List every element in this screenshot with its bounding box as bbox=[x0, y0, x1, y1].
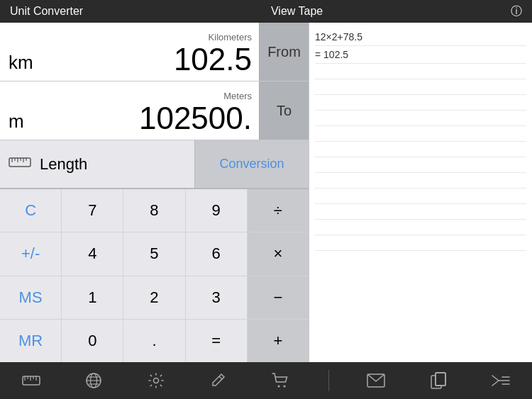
tape-lines: 12×2+78.5= 102.5 bbox=[315, 28, 526, 251]
key-8[interactable]: 8 bbox=[123, 189, 184, 232]
conversion-button[interactable]: Conversion bbox=[195, 140, 309, 188]
key-2[interactable]: 2 bbox=[123, 276, 184, 319]
svg-rect-25 bbox=[436, 373, 445, 386]
from-unit-short: km bbox=[9, 52, 33, 74]
svg-point-20 bbox=[278, 386, 280, 388]
mail-icon[interactable] bbox=[360, 365, 392, 396]
keypad: C789÷+/-456×MS123−MR0.=+ bbox=[0, 189, 309, 362]
tape-line-12 bbox=[315, 220, 526, 235]
key-plus-minus[interactable]: +/- bbox=[0, 232, 61, 275]
key-1[interactable]: 1 bbox=[62, 276, 123, 319]
key-7[interactable]: 7 bbox=[62, 189, 123, 232]
svg-line-19 bbox=[219, 376, 222, 379]
tape-line-8 bbox=[315, 157, 526, 173]
to-row: m Meters 102500. To bbox=[0, 82, 309, 140]
category-left[interactable]: Length bbox=[0, 140, 195, 188]
category-ruler-icon bbox=[9, 154, 31, 175]
right-panel: 12×2+78.5= 102.5 bbox=[309, 23, 532, 362]
key-memory-store[interactable]: MS bbox=[0, 276, 61, 319]
to-label: To bbox=[277, 103, 292, 119]
from-value: 102.5 bbox=[35, 44, 252, 75]
tape-line-3 bbox=[315, 79, 526, 95]
info-icon[interactable]: ⓘ bbox=[511, 4, 522, 19]
to-value: 102500. bbox=[35, 103, 252, 134]
scissors-icon[interactable] bbox=[485, 365, 516, 396]
key-add[interactable]: + bbox=[248, 320, 309, 362]
key-divide[interactable]: ÷ bbox=[248, 189, 309, 232]
tape-line-9 bbox=[315, 173, 526, 189]
copy-icon[interactable] bbox=[423, 365, 454, 396]
key-subtract[interactable]: − bbox=[248, 276, 309, 319]
key-memory-recall[interactable]: MR bbox=[0, 320, 61, 362]
key-6[interactable]: 6 bbox=[186, 232, 247, 275]
to-row-inner: m Meters 102500. bbox=[0, 82, 259, 140]
to-button[interactable]: To bbox=[259, 82, 309, 140]
from-row-inner: km Kilometers 102.5 bbox=[0, 23, 259, 81]
key-0[interactable]: 0 bbox=[62, 320, 123, 362]
globe-icon[interactable] bbox=[78, 365, 109, 396]
category-label: Length bbox=[40, 155, 87, 174]
key-decimal[interactable]: . bbox=[123, 320, 184, 362]
main-area: km Kilometers 102.5 From m Meters 102500… bbox=[0, 23, 532, 362]
toolbar-divider bbox=[328, 370, 329, 391]
key-9[interactable]: 9 bbox=[186, 189, 247, 232]
key-multiply[interactable]: × bbox=[248, 232, 309, 275]
svg-point-21 bbox=[284, 386, 286, 388]
tape-line-10 bbox=[315, 189, 526, 204]
app-title: Unit Converter bbox=[10, 5, 83, 18]
tape-line-1: = 102.5 bbox=[315, 46, 526, 64]
ruler-icon[interactable] bbox=[16, 365, 47, 396]
view-tape-button[interactable]: View Tape bbox=[271, 5, 323, 18]
tape-line-2 bbox=[315, 64, 526, 79]
tape-line-11 bbox=[315, 204, 526, 220]
category-row: Length Conversion bbox=[0, 140, 309, 189]
svg-point-18 bbox=[154, 378, 159, 383]
tape-line-0: 12×2+78.5 bbox=[315, 28, 526, 46]
tape-line-5 bbox=[315, 111, 526, 126]
key-3[interactable]: 3 bbox=[186, 276, 247, 319]
key-4[interactable]: 4 bbox=[62, 232, 123, 275]
cart-icon[interactable] bbox=[265, 365, 297, 396]
from-row: km Kilometers 102.5 From bbox=[0, 23, 309, 82]
tape-line-13 bbox=[315, 235, 526, 251]
tape-line-6 bbox=[315, 126, 526, 142]
settings-icon[interactable] bbox=[140, 365, 172, 396]
to-unit-short: m bbox=[9, 111, 24, 133]
pen-icon[interactable] bbox=[203, 365, 234, 396]
from-button[interactable]: From bbox=[259, 23, 309, 81]
key-clear[interactable]: C bbox=[0, 189, 61, 232]
key-5[interactable]: 5 bbox=[123, 232, 184, 275]
key-equals[interactable]: = bbox=[186, 320, 247, 362]
title-bar: Unit Converter View Tape ⓘ bbox=[0, 0, 532, 23]
left-panel: km Kilometers 102.5 From m Meters 102500… bbox=[0, 23, 309, 362]
to-unit-full: Meters bbox=[35, 91, 252, 101]
tape-line-7 bbox=[315, 142, 526, 157]
from-label: From bbox=[267, 44, 301, 60]
from-unit-full: Kilometers bbox=[35, 32, 252, 43]
tape-line-4 bbox=[315, 95, 526, 111]
bottom-toolbar bbox=[0, 362, 532, 399]
conversion-label: Conversion bbox=[219, 157, 284, 172]
